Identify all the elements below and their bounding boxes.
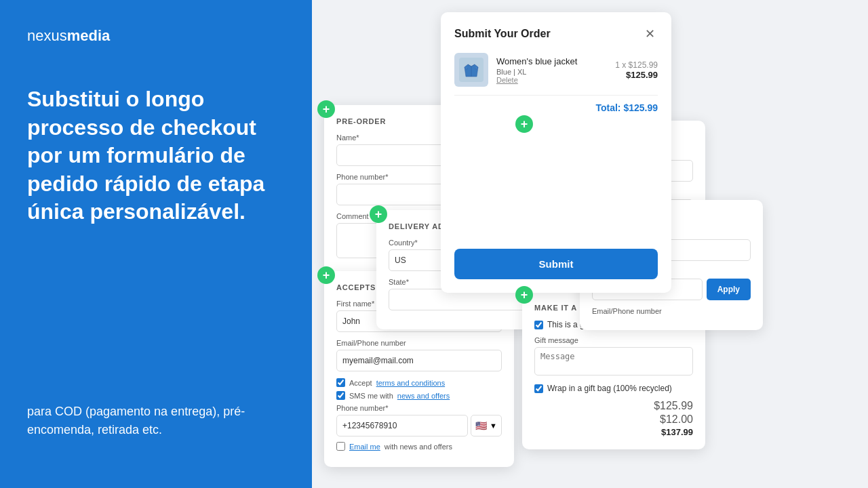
subtext: para COD (pagamento na entrega), pré-enc… bbox=[27, 403, 285, 439]
marketing-plus-icon[interactable]: + bbox=[317, 266, 335, 284]
email-me-link[interactable]: Email me bbox=[349, 443, 380, 451]
email-me-checkbox[interactable] bbox=[336, 442, 345, 451]
preorder-plus-icon[interactable]: + bbox=[317, 100, 335, 118]
apply-button[interactable]: Apply bbox=[707, 279, 751, 300]
wrap-label: Wrap in a gift bag (100% recycled) bbox=[547, 384, 672, 393]
flag-select[interactable]: 🇺🇸 ▼ bbox=[471, 415, 502, 436]
logo: nexusmedia bbox=[27, 27, 285, 45]
news-link[interactable]: news and offers bbox=[397, 392, 450, 400]
accept-terms-text: Accept bbox=[349, 379, 372, 387]
gift-subtotal-row: $125.99 bbox=[534, 400, 693, 412]
wrap-checkbox[interactable] bbox=[534, 384, 543, 393]
product-row: Women's blue jacket Blue | XL Delete 1 x… bbox=[454, 53, 658, 87]
modal-header: Submit Your Order ✕ bbox=[454, 26, 658, 42]
info-plus-icon[interactable]: + bbox=[515, 115, 533, 133]
gift-total-value: $137.99 bbox=[661, 427, 693, 437]
accept-terms-row: Accept terms and conditions bbox=[336, 378, 502, 387]
logo-bold: media bbox=[67, 27, 111, 44]
email-label: Email/Phone number bbox=[336, 339, 502, 347]
close-button[interactable]: ✕ bbox=[642, 26, 658, 42]
email-me-row: Email me with news and offers bbox=[336, 442, 502, 451]
modal-title: Submit Your Order bbox=[454, 28, 551, 40]
sms-text: SMS me with bbox=[349, 392, 393, 400]
accept-terms-checkbox[interactable] bbox=[336, 378, 345, 387]
product-name: Women's blue jacket bbox=[496, 56, 607, 66]
sms-checkbox[interactable] bbox=[336, 391, 345, 400]
gift-plus-icon[interactable]: + bbox=[515, 286, 533, 304]
gift-price-row: $12.00 bbox=[534, 413, 693, 426]
phone-label2: Phone number* bbox=[336, 404, 502, 412]
gift-price-value: $12.00 bbox=[660, 413, 693, 426]
sms-row: SMS me with news and offers bbox=[336, 391, 502, 400]
gift-message-label: Gift message bbox=[534, 336, 693, 344]
product-image bbox=[454, 53, 488, 87]
submit-button[interactable]: Submit bbox=[454, 249, 658, 279]
delete-link[interactable]: Delete bbox=[496, 76, 607, 84]
left-panel: nexusmedia Substitui o longo processo de… bbox=[0, 0, 312, 488]
order-total: Total: $125.99 bbox=[454, 95, 658, 113]
is-gift-checkbox[interactable] bbox=[534, 321, 543, 329]
product-price: $125.99 bbox=[615, 70, 658, 80]
right-panel: Submit Your Order ✕ Women's blue jacket … bbox=[312, 0, 868, 488]
gift-message-input[interactable] bbox=[534, 347, 693, 375]
terms-link[interactable]: terms and conditions bbox=[376, 379, 446, 387]
subtotal-value: $125.99 bbox=[654, 400, 693, 412]
email-offers-text: with news and offers bbox=[384, 443, 452, 451]
email-input[interactable] bbox=[336, 350, 502, 371]
product-info: Women's blue jacket Blue | XL Delete bbox=[496, 56, 607, 84]
product-qty: 1 x $125.99 bbox=[615, 60, 658, 70]
chevron-down-icon2: ▼ bbox=[490, 422, 497, 430]
phone-input-row: 🇺🇸 ▼ bbox=[336, 415, 502, 436]
wrap-row: Wrap in a gift bag (100% recycled) bbox=[534, 384, 693, 393]
coupon-email-label: Email/Phone number bbox=[592, 307, 751, 315]
product-variant: Blue | XL bbox=[496, 68, 607, 76]
flag-icon: 🇺🇸 bbox=[475, 420, 487, 431]
headline: Substitui o longo processo de checkout p… bbox=[27, 85, 285, 226]
gift-total-row: $137.99 bbox=[534, 427, 693, 437]
phone-number-input[interactable] bbox=[336, 415, 468, 436]
delivery-plus-icon[interactable]: + bbox=[370, 205, 387, 223]
order-modal: Submit Your Order ✕ Women's blue jacket … bbox=[441, 12, 671, 293]
